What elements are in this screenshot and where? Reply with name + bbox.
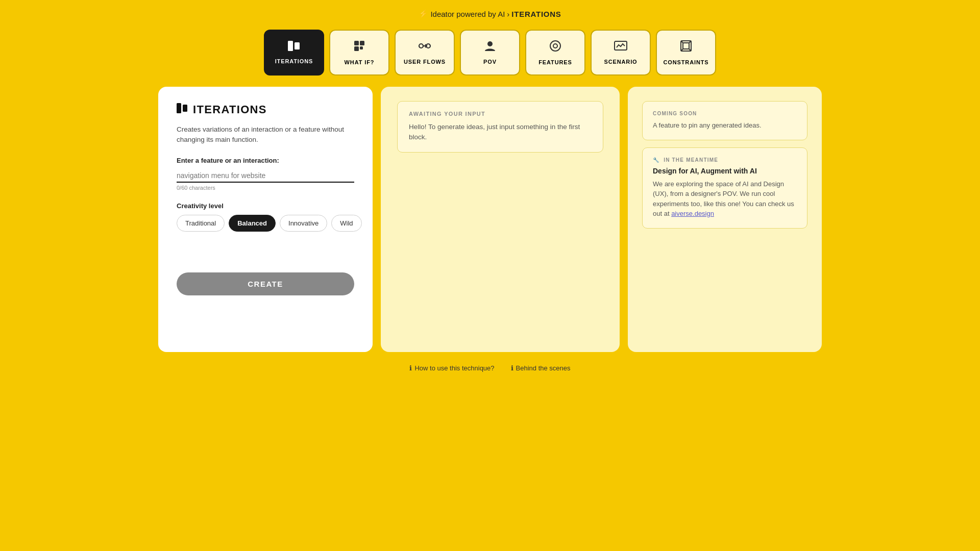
wrench-icon: 🔧 — [653, 157, 659, 163]
awaiting-title: AWAITING YOUR INPUT — [409, 111, 592, 117]
tab-scenario[interactable]: SCENARIO — [591, 30, 651, 76]
coming-soon-card: COMING SOON A feature to pin any generat… — [642, 101, 807, 140]
lightning-icon: ⚡ — [419, 9, 428, 18]
breadcrumb-current: ITERATIONS — [511, 10, 561, 18]
awaiting-text: Hello! To generate ideas, just input som… — [409, 122, 592, 143]
tab-features[interactable]: FEATURES — [525, 30, 585, 76]
footer: ℹ How to use this technique? ℹ Behind th… — [409, 364, 570, 372]
tab-user-flows[interactable]: USER FLOWS — [395, 30, 455, 76]
svg-rect-4 — [354, 46, 359, 51]
main-content: ITERATIONS Creates variations of an inte… — [158, 87, 822, 352]
creativity-label: Creativity level — [177, 202, 354, 210]
create-button[interactable]: CREATE — [177, 272, 354, 295]
svg-rect-13 — [683, 43, 689, 49]
svg-point-9 — [553, 44, 557, 48]
panel-title: ITERATIONS — [193, 103, 267, 116]
iterations-icon — [288, 41, 300, 54]
creativity-options: Traditional Balanced Innovative Wild — [177, 215, 354, 232]
tab-pov[interactable]: POV — [460, 30, 520, 76]
tab-scenario-label: SCENARIO — [604, 59, 637, 65]
user-flows-icon — [418, 40, 431, 55]
tab-what-if-label: WHAT IF? — [345, 59, 375, 65]
creativity-wild[interactable]: Wild — [331, 215, 361, 232]
tab-user-flows-label: USER FLOWS — [404, 59, 446, 65]
aiverse-link[interactable]: aiverse.design — [671, 210, 714, 217]
tab-iterations[interactable]: ITERATIONS — [264, 30, 324, 76]
coming-soon-text: A feature to pin any generated ideas. — [653, 120, 797, 131]
field-label: Enter a feature or an interaction: — [177, 157, 354, 164]
svg-rect-18 — [177, 103, 181, 113]
tab-what-if[interactable]: WHAT IF? — [329, 30, 389, 76]
behind-scenes-icon: ℹ — [511, 364, 513, 372]
middle-panel: AWAITING YOUR INPUT Hello! To generate i… — [381, 87, 620, 352]
meantime-title: Design for AI, Augment with AI — [653, 167, 797, 175]
panel-title-icon — [177, 103, 188, 116]
tab-features-label: FEATURES — [538, 59, 572, 65]
creativity-balanced[interactable]: Balanced — [229, 215, 276, 232]
how-to-icon: ℹ — [409, 364, 412, 372]
svg-rect-3 — [360, 41, 364, 45]
meantime-tag: 🔧 IN THE MEANTIME — [653, 157, 797, 163]
breadcrumb: ⚡ Ideator powered by AI › ITERATIONS — [419, 9, 561, 18]
svg-rect-2 — [354, 41, 359, 45]
feature-input[interactable] — [177, 168, 354, 183]
tab-iterations-label: ITERATIONS — [275, 58, 313, 64]
char-count: 0/60 characters — [177, 185, 354, 191]
panel-description: Creates variations of an interaction or … — [177, 124, 354, 145]
breadcrumb-separator: › — [507, 10, 509, 18]
nav-tabs: ITERATIONS WHAT IF? USER FLOWS — [264, 30, 716, 76]
tab-pov-label: POV — [483, 59, 497, 65]
features-icon — [549, 40, 561, 55]
awaiting-box: AWAITING YOUR INPUT Hello! To generate i… — [397, 101, 603, 153]
panel-title-row: ITERATIONS — [177, 103, 354, 116]
pov-icon — [484, 40, 496, 55]
breadcrumb-prefix: Ideator powered by AI — [430, 10, 505, 18]
how-to-link[interactable]: ℹ How to use this technique? — [409, 364, 494, 372]
left-panel: ITERATIONS Creates variations of an inte… — [158, 87, 373, 352]
constraints-icon — [680, 40, 692, 55]
how-to-label: How to use this technique? — [414, 364, 494, 372]
creativity-innovative[interactable]: Innovative — [280, 215, 327, 232]
behind-scenes-label: Behind the scenes — [516, 364, 571, 372]
scenario-icon — [614, 40, 627, 55]
svg-point-6 — [419, 44, 423, 48]
svg-point-8 — [487, 41, 493, 46]
creativity-traditional[interactable]: Traditional — [177, 215, 225, 232]
tab-constraints-label: CONSTRAINTS — [663, 59, 708, 65]
behind-scenes-link[interactable]: ℹ Behind the scenes — [511, 364, 571, 372]
svg-rect-0 — [288, 41, 293, 51]
svg-rect-1 — [295, 42, 300, 49]
meantime-text: We are exploring the space of AI and Des… — [653, 179, 797, 219]
meantime-card: 🔧 IN THE MEANTIME Design for AI, Augment… — [642, 147, 807, 229]
right-panel: COMING SOON A feature to pin any generat… — [628, 87, 822, 352]
coming-soon-tag: COMING SOON — [653, 111, 797, 116]
svg-point-10 — [550, 41, 560, 51]
tab-constraints[interactable]: CONSTRAINTS — [656, 30, 716, 76]
what-if-icon — [353, 40, 365, 55]
svg-rect-5 — [360, 46, 363, 49]
svg-rect-19 — [183, 105, 187, 112]
